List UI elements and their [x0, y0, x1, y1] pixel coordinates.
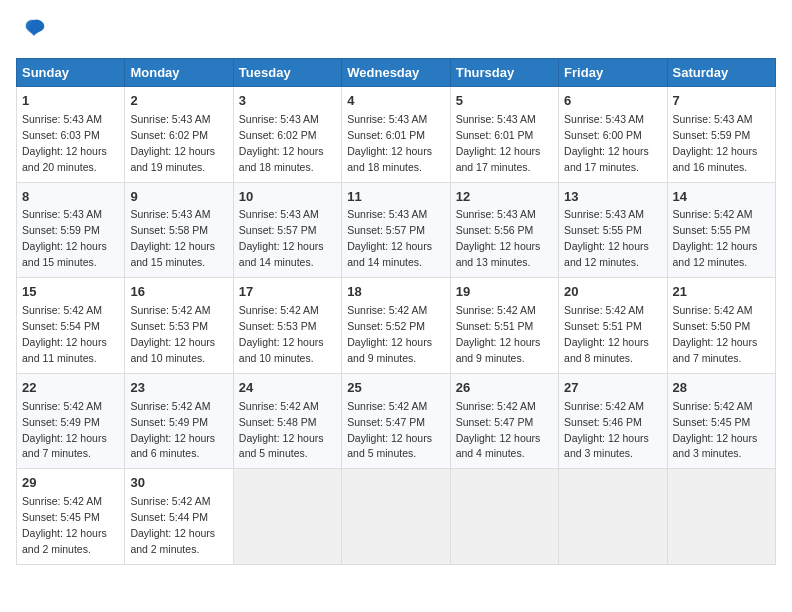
day-cell-25: 25Sunrise: 5:42 AMSunset: 5:47 PMDayligh… [342, 373, 450, 469]
week-row-2: 8Sunrise: 5:43 AMSunset: 5:59 PMDaylight… [17, 182, 776, 278]
day-number: 24 [239, 379, 336, 398]
day-detail: Sunrise: 5:42 AMSunset: 5:48 PMDaylight:… [239, 400, 324, 460]
day-detail: Sunrise: 5:43 AMSunset: 6:01 PMDaylight:… [347, 113, 432, 173]
day-cell-20: 20Sunrise: 5:42 AMSunset: 5:51 PMDayligh… [559, 278, 667, 374]
day-cell-30: 30Sunrise: 5:42 AMSunset: 5:44 PMDayligh… [125, 469, 233, 565]
day-cell-15: 15Sunrise: 5:42 AMSunset: 5:54 PMDayligh… [17, 278, 125, 374]
empty-cell [559, 469, 667, 565]
day-cell-27: 27Sunrise: 5:42 AMSunset: 5:46 PMDayligh… [559, 373, 667, 469]
day-detail: Sunrise: 5:42 AMSunset: 5:45 PMDaylight:… [673, 400, 758, 460]
day-number: 23 [130, 379, 227, 398]
day-number: 1 [22, 92, 119, 111]
col-header-wednesday: Wednesday [342, 59, 450, 87]
day-detail: Sunrise: 5:43 AMSunset: 5:58 PMDaylight:… [130, 208, 215, 268]
day-number: 14 [673, 188, 770, 207]
day-number: 10 [239, 188, 336, 207]
day-number: 8 [22, 188, 119, 207]
day-detail: Sunrise: 5:42 AMSunset: 5:51 PMDaylight:… [456, 304, 541, 364]
day-detail: Sunrise: 5:42 AMSunset: 5:51 PMDaylight:… [564, 304, 649, 364]
day-cell-2: 2Sunrise: 5:43 AMSunset: 6:02 PMDaylight… [125, 87, 233, 183]
week-row-1: 1Sunrise: 5:43 AMSunset: 6:03 PMDaylight… [17, 87, 776, 183]
day-number: 22 [22, 379, 119, 398]
day-cell-1: 1Sunrise: 5:43 AMSunset: 6:03 PMDaylight… [17, 87, 125, 183]
day-number: 7 [673, 92, 770, 111]
day-number: 18 [347, 283, 444, 302]
day-cell-6: 6Sunrise: 5:43 AMSunset: 6:00 PMDaylight… [559, 87, 667, 183]
day-detail: Sunrise: 5:43 AMSunset: 6:01 PMDaylight:… [456, 113, 541, 173]
day-detail: Sunrise: 5:42 AMSunset: 5:55 PMDaylight:… [673, 208, 758, 268]
logo [16, 16, 48, 50]
week-row-5: 29Sunrise: 5:42 AMSunset: 5:45 PMDayligh… [17, 469, 776, 565]
empty-cell [342, 469, 450, 565]
page-header [16, 16, 776, 50]
day-detail: Sunrise: 5:42 AMSunset: 5:53 PMDaylight:… [239, 304, 324, 364]
day-number: 17 [239, 283, 336, 302]
day-cell-16: 16Sunrise: 5:42 AMSunset: 5:53 PMDayligh… [125, 278, 233, 374]
day-detail: Sunrise: 5:42 AMSunset: 5:45 PMDaylight:… [22, 495, 107, 555]
day-number: 13 [564, 188, 661, 207]
col-header-thursday: Thursday [450, 59, 558, 87]
day-number: 15 [22, 283, 119, 302]
day-number: 9 [130, 188, 227, 207]
day-number: 11 [347, 188, 444, 207]
day-detail: Sunrise: 5:43 AMSunset: 6:02 PMDaylight:… [239, 113, 324, 173]
day-detail: Sunrise: 5:42 AMSunset: 5:46 PMDaylight:… [564, 400, 649, 460]
week-row-4: 22Sunrise: 5:42 AMSunset: 5:49 PMDayligh… [17, 373, 776, 469]
day-detail: Sunrise: 5:42 AMSunset: 5:53 PMDaylight:… [130, 304, 215, 364]
col-header-monday: Monday [125, 59, 233, 87]
day-number: 27 [564, 379, 661, 398]
day-detail: Sunrise: 5:43 AMSunset: 5:59 PMDaylight:… [22, 208, 107, 268]
day-cell-24: 24Sunrise: 5:42 AMSunset: 5:48 PMDayligh… [233, 373, 341, 469]
empty-cell [450, 469, 558, 565]
day-cell-4: 4Sunrise: 5:43 AMSunset: 6:01 PMDaylight… [342, 87, 450, 183]
day-number: 12 [456, 188, 553, 207]
day-cell-3: 3Sunrise: 5:43 AMSunset: 6:02 PMDaylight… [233, 87, 341, 183]
day-number: 29 [22, 474, 119, 493]
day-detail: Sunrise: 5:42 AMSunset: 5:54 PMDaylight:… [22, 304, 107, 364]
day-cell-12: 12Sunrise: 5:43 AMSunset: 5:56 PMDayligh… [450, 182, 558, 278]
col-header-sunday: Sunday [17, 59, 125, 87]
day-cell-8: 8Sunrise: 5:43 AMSunset: 5:59 PMDaylight… [17, 182, 125, 278]
day-detail: Sunrise: 5:43 AMSunset: 5:55 PMDaylight:… [564, 208, 649, 268]
day-number: 16 [130, 283, 227, 302]
day-cell-11: 11Sunrise: 5:43 AMSunset: 5:57 PMDayligh… [342, 182, 450, 278]
day-number: 28 [673, 379, 770, 398]
day-cell-14: 14Sunrise: 5:42 AMSunset: 5:55 PMDayligh… [667, 182, 775, 278]
day-cell-7: 7Sunrise: 5:43 AMSunset: 5:59 PMDaylight… [667, 87, 775, 183]
day-number: 21 [673, 283, 770, 302]
day-detail: Sunrise: 5:43 AMSunset: 5:59 PMDaylight:… [673, 113, 758, 173]
day-number: 3 [239, 92, 336, 111]
day-number: 5 [456, 92, 553, 111]
day-cell-10: 10Sunrise: 5:43 AMSunset: 5:57 PMDayligh… [233, 182, 341, 278]
day-cell-22: 22Sunrise: 5:42 AMSunset: 5:49 PMDayligh… [17, 373, 125, 469]
day-detail: Sunrise: 5:43 AMSunset: 5:57 PMDaylight:… [239, 208, 324, 268]
day-number: 20 [564, 283, 661, 302]
day-detail: Sunrise: 5:42 AMSunset: 5:47 PMDaylight:… [347, 400, 432, 460]
calendar-table: SundayMondayTuesdayWednesdayThursdayFrid… [16, 58, 776, 565]
header-row: SundayMondayTuesdayWednesdayThursdayFrid… [17, 59, 776, 87]
col-header-friday: Friday [559, 59, 667, 87]
day-detail: Sunrise: 5:43 AMSunset: 5:57 PMDaylight:… [347, 208, 432, 268]
day-detail: Sunrise: 5:42 AMSunset: 5:50 PMDaylight:… [673, 304, 758, 364]
empty-cell [667, 469, 775, 565]
day-cell-23: 23Sunrise: 5:42 AMSunset: 5:49 PMDayligh… [125, 373, 233, 469]
day-detail: Sunrise: 5:42 AMSunset: 5:52 PMDaylight:… [347, 304, 432, 364]
day-cell-18: 18Sunrise: 5:42 AMSunset: 5:52 PMDayligh… [342, 278, 450, 374]
day-detail: Sunrise: 5:43 AMSunset: 5:56 PMDaylight:… [456, 208, 541, 268]
day-detail: Sunrise: 5:42 AMSunset: 5:47 PMDaylight:… [456, 400, 541, 460]
day-detail: Sunrise: 5:42 AMSunset: 5:49 PMDaylight:… [22, 400, 107, 460]
day-cell-26: 26Sunrise: 5:42 AMSunset: 5:47 PMDayligh… [450, 373, 558, 469]
day-detail: Sunrise: 5:42 AMSunset: 5:49 PMDaylight:… [130, 400, 215, 460]
day-cell-17: 17Sunrise: 5:42 AMSunset: 5:53 PMDayligh… [233, 278, 341, 374]
day-number: 19 [456, 283, 553, 302]
day-cell-28: 28Sunrise: 5:42 AMSunset: 5:45 PMDayligh… [667, 373, 775, 469]
day-detail: Sunrise: 5:43 AMSunset: 6:02 PMDaylight:… [130, 113, 215, 173]
day-detail: Sunrise: 5:43 AMSunset: 6:00 PMDaylight:… [564, 113, 649, 173]
day-number: 4 [347, 92, 444, 111]
day-number: 2 [130, 92, 227, 111]
day-cell-13: 13Sunrise: 5:43 AMSunset: 5:55 PMDayligh… [559, 182, 667, 278]
day-detail: Sunrise: 5:43 AMSunset: 6:03 PMDaylight:… [22, 113, 107, 173]
day-cell-21: 21Sunrise: 5:42 AMSunset: 5:50 PMDayligh… [667, 278, 775, 374]
day-detail: Sunrise: 5:42 AMSunset: 5:44 PMDaylight:… [130, 495, 215, 555]
col-header-tuesday: Tuesday [233, 59, 341, 87]
